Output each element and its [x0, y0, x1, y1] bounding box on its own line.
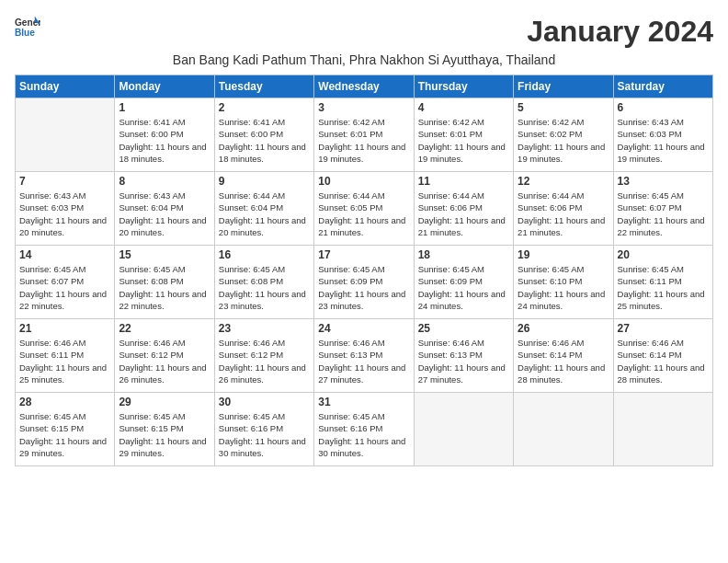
calendar-week-row: 14Sunrise: 6:45 AMSunset: 6:07 PMDayligh…: [16, 246, 713, 319]
day-number: 16: [219, 248, 310, 261]
day-number: 3: [318, 101, 409, 114]
calendar-day-cell: 3Sunrise: 6:42 AMSunset: 6:01 PMDaylight…: [314, 98, 414, 172]
calendar-day-cell: 27Sunrise: 6:46 AMSunset: 6:14 PMDayligh…: [613, 319, 712, 393]
day-number: 11: [418, 175, 509, 188]
day-info: Sunrise: 6:45 AMSunset: 6:11 PMDaylight:…: [618, 263, 709, 312]
day-number: 22: [119, 322, 210, 335]
calendar-day-cell: [414, 393, 513, 466]
day-number: 6: [618, 101, 709, 114]
day-number: 5: [518, 101, 609, 114]
day-number: 31: [318, 396, 409, 408]
day-number: 2: [219, 101, 310, 114]
day-number: 12: [518, 175, 609, 188]
calendar-day-cell: 11Sunrise: 6:44 AMSunset: 6:06 PMDayligh…: [414, 172, 513, 246]
day-info: Sunrise: 6:45 AMSunset: 6:16 PMDaylight:…: [219, 410, 310, 459]
calendar-day-cell: 2Sunrise: 6:41 AMSunset: 6:00 PMDaylight…: [214, 98, 313, 172]
day-number: 10: [318, 175, 409, 188]
day-info: Sunrise: 6:42 AMSunset: 6:02 PMDaylight:…: [518, 116, 609, 165]
calendar-day-cell: 15Sunrise: 6:45 AMSunset: 6:08 PMDayligh…: [115, 246, 214, 319]
day-info: Sunrise: 6:41 AMSunset: 6:00 PMDaylight:…: [119, 116, 210, 165]
calendar-day-cell: [613, 393, 712, 466]
day-info: Sunrise: 6:44 AMSunset: 6:04 PMDaylight:…: [219, 190, 310, 238]
calendar-body: 1Sunrise: 6:41 AMSunset: 6:00 PMDaylight…: [16, 98, 713, 466]
calendar-day-cell: 28Sunrise: 6:45 AMSunset: 6:15 PMDayligh…: [16, 393, 115, 466]
day-info: Sunrise: 6:45 AMSunset: 6:15 PMDaylight:…: [19, 410, 110, 459]
day-number: 20: [618, 248, 709, 261]
calendar-header-cell: Tuesday: [214, 75, 313, 98]
day-info: Sunrise: 6:45 AMSunset: 6:07 PMDaylight:…: [618, 190, 709, 238]
day-info: Sunrise: 6:45 AMSunset: 6:16 PMDaylight:…: [318, 410, 409, 459]
calendar-header-cell: Wednesday: [314, 75, 414, 98]
day-number: 18: [418, 248, 509, 261]
day-number: 8: [119, 175, 210, 188]
subtitle: Ban Bang Kadi Pathum Thani, Phra Nakhon …: [15, 52, 713, 67]
calendar-day-cell: 6Sunrise: 6:43 AMSunset: 6:03 PMDaylight…: [613, 98, 712, 172]
day-number: 13: [618, 175, 709, 188]
day-number: 21: [19, 322, 110, 335]
day-number: 17: [318, 248, 409, 261]
calendar-week-row: 21Sunrise: 6:46 AMSunset: 6:11 PMDayligh…: [16, 319, 713, 393]
day-info: Sunrise: 6:45 AMSunset: 6:09 PMDaylight:…: [418, 263, 509, 312]
calendar-day-cell: 22Sunrise: 6:46 AMSunset: 6:12 PMDayligh…: [115, 319, 214, 393]
calendar-day-cell: 23Sunrise: 6:46 AMSunset: 6:12 PMDayligh…: [214, 319, 313, 393]
day-info: Sunrise: 6:45 AMSunset: 6:07 PMDaylight:…: [19, 263, 110, 312]
day-number: 1: [119, 101, 210, 114]
calendar-day-cell: 1Sunrise: 6:41 AMSunset: 6:00 PMDaylight…: [115, 98, 214, 172]
calendar-day-cell: 20Sunrise: 6:45 AMSunset: 6:11 PMDayligh…: [613, 246, 712, 319]
calendar-day-cell: 31Sunrise: 6:45 AMSunset: 6:16 PMDayligh…: [314, 393, 414, 466]
calendar-day-cell: 14Sunrise: 6:45 AMSunset: 6:07 PMDayligh…: [16, 246, 115, 319]
calendar-week-row: 7Sunrise: 6:43 AMSunset: 6:03 PMDaylight…: [16, 172, 713, 246]
day-info: Sunrise: 6:41 AMSunset: 6:00 PMDaylight:…: [219, 116, 310, 165]
calendar-day-cell: 19Sunrise: 6:45 AMSunset: 6:10 PMDayligh…: [514, 246, 613, 319]
day-info: Sunrise: 6:44 AMSunset: 6:06 PMDaylight:…: [418, 190, 509, 238]
day-number: 7: [19, 175, 110, 188]
day-info: Sunrise: 6:43 AMSunset: 6:04 PMDaylight:…: [119, 190, 210, 238]
calendar-day-cell: 5Sunrise: 6:42 AMSunset: 6:02 PMDaylight…: [514, 98, 613, 172]
day-info: Sunrise: 6:45 AMSunset: 6:08 PMDaylight:…: [219, 263, 310, 312]
calendar-day-cell: 30Sunrise: 6:45 AMSunset: 6:16 PMDayligh…: [214, 393, 313, 466]
day-info: Sunrise: 6:46 AMSunset: 6:12 PMDaylight:…: [119, 337, 210, 385]
calendar-day-cell: 8Sunrise: 6:43 AMSunset: 6:04 PMDaylight…: [115, 172, 214, 246]
logo: General Blue: [15, 15, 40, 40]
calendar-day-cell: 26Sunrise: 6:46 AMSunset: 6:14 PMDayligh…: [514, 319, 613, 393]
day-info: Sunrise: 6:46 AMSunset: 6:13 PMDaylight:…: [318, 337, 409, 385]
day-info: Sunrise: 6:45 AMSunset: 6:10 PMDaylight:…: [518, 263, 609, 312]
calendar-header-cell: Monday: [115, 75, 214, 98]
day-number: 29: [119, 396, 210, 408]
day-number: 15: [119, 248, 210, 261]
day-number: 19: [518, 248, 609, 261]
logo-icon: General Blue: [15, 15, 40, 40]
day-number: 27: [618, 322, 709, 335]
calendar-day-cell: 24Sunrise: 6:46 AMSunset: 6:13 PMDayligh…: [314, 319, 414, 393]
calendar-week-row: 1Sunrise: 6:41 AMSunset: 6:00 PMDaylight…: [16, 98, 713, 172]
calendar-header-row: SundayMondayTuesdayWednesdayThursdayFrid…: [16, 75, 713, 98]
day-info: Sunrise: 6:44 AMSunset: 6:06 PMDaylight:…: [518, 190, 609, 238]
calendar-header-cell: Friday: [514, 75, 613, 98]
day-info: Sunrise: 6:42 AMSunset: 6:01 PMDaylight:…: [418, 116, 509, 165]
calendar-header-cell: Sunday: [16, 75, 115, 98]
svg-text:Blue: Blue: [15, 28, 35, 38]
day-info: Sunrise: 6:42 AMSunset: 6:01 PMDaylight:…: [318, 116, 409, 165]
day-info: Sunrise: 6:44 AMSunset: 6:05 PMDaylight:…: [318, 190, 409, 238]
day-info: Sunrise: 6:45 AMSunset: 6:08 PMDaylight:…: [119, 263, 210, 312]
day-info: Sunrise: 6:46 AMSunset: 6:12 PMDaylight:…: [219, 337, 310, 385]
calendar-day-cell: [16, 98, 115, 172]
day-number: 4: [418, 101, 509, 114]
calendar-day-cell: 12Sunrise: 6:44 AMSunset: 6:06 PMDayligh…: [514, 172, 613, 246]
day-number: 30: [219, 396, 310, 408]
day-number: 14: [19, 248, 110, 261]
day-number: 9: [219, 175, 310, 188]
day-info: Sunrise: 6:45 AMSunset: 6:09 PMDaylight:…: [318, 263, 409, 312]
day-info: Sunrise: 6:43 AMSunset: 6:03 PMDaylight:…: [618, 116, 709, 165]
day-info: Sunrise: 6:43 AMSunset: 6:03 PMDaylight:…: [19, 190, 110, 238]
calendar-day-cell: 7Sunrise: 6:43 AMSunset: 6:03 PMDaylight…: [16, 172, 115, 246]
calendar-table: SundayMondayTuesdayWednesdayThursdayFrid…: [15, 75, 713, 466]
calendar-day-cell: 16Sunrise: 6:45 AMSunset: 6:08 PMDayligh…: [214, 246, 313, 319]
calendar-day-cell: 10Sunrise: 6:44 AMSunset: 6:05 PMDayligh…: [314, 172, 414, 246]
calendar-day-cell: 13Sunrise: 6:45 AMSunset: 6:07 PMDayligh…: [613, 172, 712, 246]
month-title: January 2024: [527, 15, 713, 49]
day-info: Sunrise: 6:46 AMSunset: 6:14 PMDaylight:…: [518, 337, 609, 385]
calendar-header-cell: Saturday: [613, 75, 712, 98]
day-number: 23: [219, 322, 310, 335]
day-info: Sunrise: 6:46 AMSunset: 6:13 PMDaylight:…: [418, 337, 509, 385]
